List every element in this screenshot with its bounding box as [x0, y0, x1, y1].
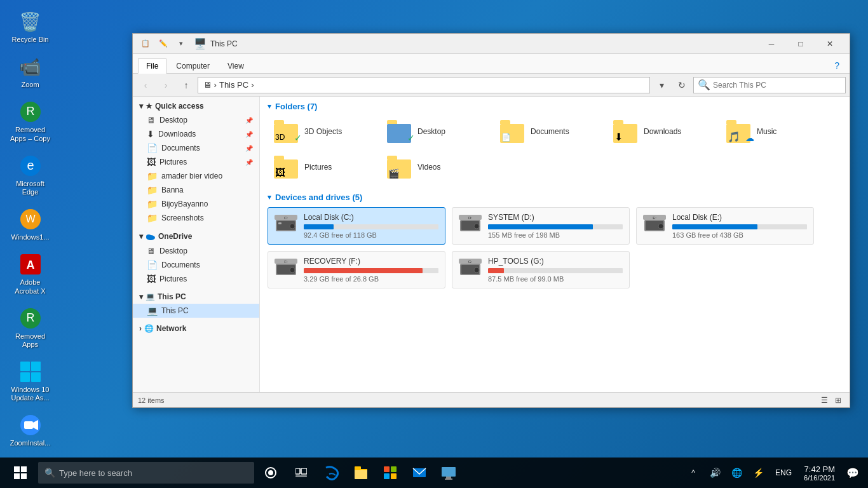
sidebar-item-downloads[interactable]: ⬇ Downloads 📌 [133, 127, 259, 141]
new-folder-quick-btn[interactable]: ✏️ [156, 36, 171, 51]
sidebar-onedrive-documents[interactable]: 📄 Documents [133, 258, 259, 272]
svg-rect-59 [384, 473, 390, 479]
onedrive-header[interactable]: ▾ OneDrive [133, 229, 259, 244]
close-button[interactable]: ✕ [815, 34, 844, 54]
tray-volume-icon[interactable]: 🔊 [705, 459, 725, 487]
this-pc-header[interactable]: ▾ 💻 This PC [133, 290, 259, 304]
svg-point-32 [658, 224, 663, 229]
taskbar-app-edge[interactable] [318, 459, 346, 487]
drive-item-e[interactable]: E: Local Disk (E:) 163 GB free of 438 GB [636, 207, 814, 245]
taskbar-app-file-explorer[interactable] [347, 459, 375, 487]
sidebar-item-desktop[interactable]: 🖥 Desktop 📌 [133, 113, 259, 127]
back-button[interactable]: ‹ [137, 76, 154, 94]
large-icons-view-button[interactable]: ⊞ [832, 394, 844, 407]
forward-button[interactable]: › [157, 76, 175, 94]
sidebar-item-pictures[interactable]: 🖼 Pictures 📌 [133, 155, 259, 169]
start-button[interactable] [5, 458, 36, 488]
folder-item-documents[interactable]: 📄 Documents [494, 116, 602, 147]
folder-item-3dobjects[interactable]: 3D ✓ 3D Objects [268, 116, 376, 147]
notification-button[interactable]: 💬 [843, 459, 863, 487]
drive-info-g: HP_TOOLS (G:) 87.5 MB free of 99.0 MB [488, 257, 623, 283]
quick-access-header[interactable]: ▾ ★ Quick access [133, 99, 259, 113]
drive-icon-e: E: [643, 214, 666, 238]
drives-section-header[interactable]: ▾ Devices and drives (5) [268, 193, 842, 202]
help-button[interactable]: ? [829, 58, 844, 73]
details-view-button[interactable]: ☰ [818, 394, 831, 407]
drive-item-f[interactable]: F: RECOVERY (F:) 3.29 GB free of 26.8 GB [268, 251, 445, 288]
customize-quick-access[interactable]: ▾ [173, 36, 189, 51]
taskbar-app-store[interactable] [376, 459, 404, 487]
pictures-sidebar-icon: 🖼 [147, 157, 156, 167]
desktop-icon-recycle-bin[interactable]: 🗑️ Recycle Bin [6, 6, 54, 46]
taskbar-app-desktop[interactable] [435, 459, 463, 487]
address-bar: ‹ › ↑ 🖥 › This PC › ▾ ↻ 🔍 [133, 74, 850, 97]
address-path-box[interactable]: 🖥 › This PC › [198, 77, 650, 93]
folders-section-header[interactable]: ▾ Folders (7) [268, 102, 842, 111]
desktop-icon-zoominstall[interactable]: ZoomInstal... [6, 410, 54, 450]
folder-item-music[interactable]: 🎵 ☁ Music [720, 116, 828, 147]
taskbar-clock[interactable]: 7:42 PM 6/16/2021 [799, 464, 840, 482]
properties-quick-btn[interactable]: 📋 [138, 36, 153, 51]
tray-lang[interactable]: ENG [771, 459, 796, 487]
quick-access-label: Quick access [155, 102, 204, 111]
sidebar-item-banna[interactable]: 📁 Banna [133, 183, 259, 197]
tray-show-hidden[interactable]: ^ [683, 459, 703, 487]
drive-item-g[interactable]: G: HP_TOOLS (G:) 87.5 MB free of 99.0 MB [452, 251, 630, 288]
quick-access-chevron: ▾ [139, 102, 143, 111]
path-dropdown-button[interactable]: ▾ [653, 76, 670, 94]
svg-rect-55 [355, 466, 361, 470]
folder-icon-downloads: ⬇ [613, 120, 639, 143]
search-input[interactable] [713, 81, 841, 90]
desktop-icon-adobe[interactable]: A Adobe Acrobat X [6, 249, 54, 297]
desktop-icon-win10update[interactable]: Windows 10 Update As... [6, 356, 54, 405]
svg-rect-54 [355, 469, 367, 479]
drive-name-f: RECOVERY (F:) [304, 257, 438, 266]
sidebar-item-this-pc[interactable]: 💻 This PC [133, 304, 259, 318]
drive-bar-container-e [672, 224, 807, 229]
taskbar-search-box[interactable]: 🔍 [38, 462, 254, 484]
view-icons: ☰ ⊞ [818, 394, 844, 407]
tray-battery-icon[interactable]: ⚡ [748, 459, 768, 487]
sidebar-item-documents[interactable]: 📄 Documents 📌 [133, 141, 259, 155]
desktop-icon-edge[interactable]: e Microsoft Edge [6, 151, 54, 199]
cortana-button[interactable] [257, 459, 285, 487]
folder-item-videos[interactable]: 🎬 Videos [381, 152, 489, 182]
svg-rect-10 [20, 362, 30, 371]
desktop-icon-removed-apps-copy[interactable]: R Removed Apps – Copy [6, 97, 54, 145]
tray-network-icon[interactable]: 🌐 [726, 459, 747, 487]
folder-item-pictures[interactable]: 🖼 Pictures [268, 152, 376, 182]
sidebar-item-bijoy[interactable]: 📁 BijoyBayanno [133, 197, 259, 211]
content-area: ▾ Folders (7) 3D ✓ 3D Objects [260, 97, 850, 392]
network-section[interactable]: › 🌐 Network [133, 322, 259, 336]
desktop-icon-windows1[interactable]: W Windows1... [6, 204, 54, 244]
bijoy-label: BijoyBayanno [161, 200, 208, 208]
svg-rect-63 [446, 477, 451, 478]
tab-view[interactable]: View [219, 58, 252, 73]
svg-rect-47 [14, 473, 20, 479]
folder-item-desktop[interactable]: ✓ Desktop [381, 116, 489, 147]
recycle-bin-label: Recycle Bin [11, 36, 48, 44]
drive-item-d[interactable]: D: SYSTEM (D:) 155 MB free of 198 MB [452, 207, 630, 245]
desktop-pin-icon: 📌 [245, 117, 253, 124]
refresh-button[interactable]: ↻ [673, 76, 691, 94]
minimize-button[interactable]: ─ [757, 34, 786, 54]
banna-icon: 📁 [147, 185, 158, 195]
drive-name-c: Local Disk (C:) [304, 213, 438, 222]
taskbar-search-input[interactable] [59, 468, 248, 478]
search-box[interactable]: 🔍 [693, 77, 846, 93]
desktop-icon-zoom[interactable]: 📹 Zoom [6, 51, 54, 92]
sidebar-item-amader[interactable]: 📁 amader bier video [133, 169, 259, 183]
sidebar-item-screenshots[interactable]: 📁 Screenshots [133, 211, 259, 225]
tab-file[interactable]: File [138, 58, 166, 74]
drive-item-c[interactable]: C: Local Disk (C:) 92.4 GB free of 118 G… [268, 207, 445, 245]
sidebar-onedrive-desktop[interactable]: 🖥 Desktop [133, 244, 259, 258]
task-view-button[interactable] [287, 459, 315, 487]
sidebar-onedrive-pictures[interactable]: 🖼 Pictures [133, 272, 259, 286]
folder-item-downloads[interactable]: ⬇ Downloads [607, 116, 715, 147]
maximize-button[interactable]: □ [786, 34, 815, 54]
taskbar-app-mail[interactable] [405, 459, 433, 487]
tab-computer[interactable]: Computer [168, 58, 218, 73]
desktop-icon-removed-apps[interactable]: R Removed Apps [6, 303, 54, 351]
onedrive-label: OneDrive [158, 232, 192, 241]
up-button[interactable]: ↑ [177, 76, 195, 94]
